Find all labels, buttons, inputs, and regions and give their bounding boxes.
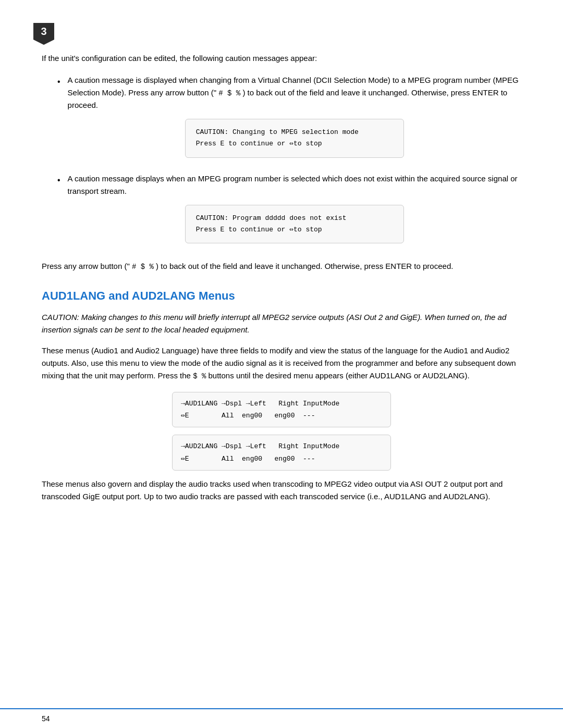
intro-paragraph: If the unit's configuration can be edite…: [42, 52, 521, 65]
bullet-text-1: A caution message is displayed when chan…: [68, 74, 521, 165]
press-paragraph: Press any arrow button (" # $ % ) to bac…: [42, 260, 521, 273]
bullet-dot-1: •: [57, 75, 60, 89]
bullet1-inline-code: # $ %: [218, 89, 240, 97]
menus-paragraph: These menus (Audio1 and Audio2 Language)…: [42, 344, 521, 382]
caution-italic: CAUTION: Making changes to this menu wil…: [42, 311, 521, 336]
press-inline-code: # $ %: [132, 263, 154, 271]
page-footer: 54: [0, 708, 563, 728]
page-container: 3 If the unit's configuration can be edi…: [0, 0, 563, 728]
aud1lang-row1: →AUD1LANG →Dspl →Left Right InputMode: [181, 398, 382, 410]
press-text-before: Press any arrow button (": [42, 262, 132, 270]
bullet-dot-2: •: [57, 174, 60, 187]
caution-box-1-line1: CAUTION: Changing to MPEG selection mode: [196, 128, 359, 136]
menus-inline-code: $ %: [193, 372, 206, 380]
caution-box-1-line2: Press E to continue or ⇔to stop: [196, 140, 322, 147]
press-text-after: ) to back out of the field and leave it …: [154, 262, 453, 270]
aud2lang-row1: →AUD2LANG →Dspl →Left Right InputMode: [181, 440, 382, 452]
bullet-item-2: • A caution message displays when an MPE…: [57, 172, 521, 251]
bullet2-text: A caution message displays when an MPEG …: [68, 174, 518, 195]
aud1lang-menu: →AUD1LANG →Dspl →Left Right InputMode ⇔E…: [172, 392, 391, 428]
menus-text-2: buttons until the desired menu appears (…: [206, 371, 469, 380]
section-heading: AUD1LANG and AUD2LANG Menus: [42, 289, 521, 303]
main-content: If the unit's configuration can be edite…: [42, 52, 521, 503]
page-number: 54: [42, 714, 50, 723]
caution-box-2: CAUTION: Program ddddd does not exist Pr…: [185, 205, 404, 243]
caution-box-1: CAUTION: Changing to MPEG selection mode…: [185, 119, 404, 157]
aud2lang-row2: ⇔E All eng00 eng00 ---: [181, 453, 382, 465]
caution-box-2-line2: Press E to continue or ⇔to stop: [196, 226, 322, 233]
bullet-text-2: A caution message displays when an MPEG …: [68, 172, 521, 251]
chapter-badge: 3: [31, 21, 56, 46]
bullet-list: • A caution message is displayed when ch…: [57, 74, 521, 251]
footer-paragraph: These menus also govern and display the …: [42, 478, 521, 503]
svg-text:3: 3: [41, 26, 46, 37]
bullet-item-1: • A caution message is displayed when ch…: [57, 74, 521, 165]
aud2lang-menu: →AUD2LANG →Dspl →Left Right InputMode ⇔E…: [172, 435, 391, 471]
aud1lang-row2: ⇔E All eng00 eng00 ---: [181, 410, 382, 422]
caution-box-2-line1: CAUTION: Program ddddd does not exist: [196, 214, 347, 222]
